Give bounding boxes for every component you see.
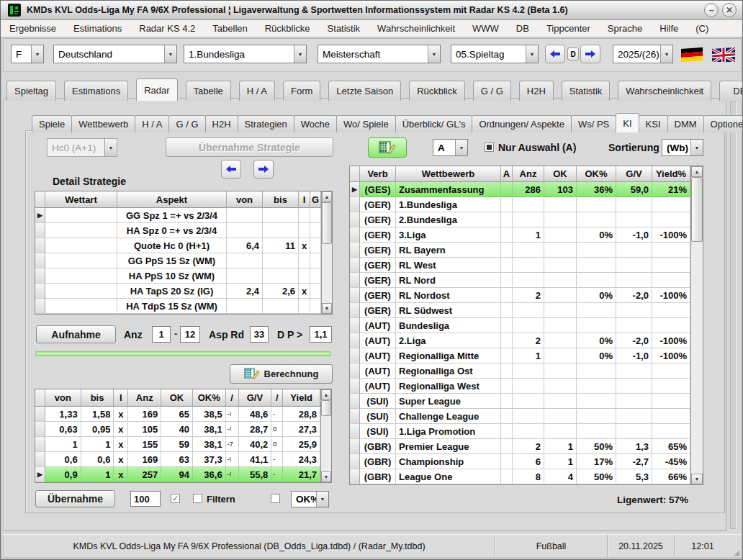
row-selector[interactable] xyxy=(350,439,360,454)
row-selector-pointer-icon[interactable]: ▶ xyxy=(35,208,45,223)
tab-letzte-saison[interactable]: Letzte Saison xyxy=(328,81,401,101)
row-selector[interactable] xyxy=(350,379,360,394)
scroll-up-icon[interactable]: ▲ xyxy=(321,389,331,400)
cell[interactable]: 169 xyxy=(128,407,161,422)
cell[interactable]: 36% xyxy=(577,182,616,197)
cell[interactable] xyxy=(263,208,299,223)
cell[interactable] xyxy=(45,208,117,223)
row-selector[interactable] xyxy=(35,238,45,253)
row-selector[interactable] xyxy=(35,437,45,452)
cell[interactable]: 50% xyxy=(577,469,616,484)
menu-item-www[interactable]: WWW xyxy=(472,23,499,34)
cell[interactable]: RL Nordost xyxy=(396,288,501,303)
strategy-row[interactable]: HA TdpS 15 Sz (WM) xyxy=(35,299,321,314)
country-combo[interactable]: Deutschland ▼ xyxy=(53,45,177,63)
cell[interactable] xyxy=(577,379,616,394)
cell[interactable] xyxy=(513,243,544,258)
cell[interactable]: x xyxy=(114,422,128,437)
cell[interactable]: 37,3 xyxy=(193,452,226,467)
cell[interactable]: -! xyxy=(226,407,239,422)
cell[interactable] xyxy=(513,424,544,439)
cell[interactable]: (GES) xyxy=(360,182,396,197)
cell[interactable]: (GER) xyxy=(360,212,396,227)
cell[interactable]: 59,0 xyxy=(616,182,652,197)
cell[interactable] xyxy=(310,208,321,223)
cell[interactable]: 0 xyxy=(271,437,283,452)
row-selector[interactable] xyxy=(35,422,45,437)
subtab-wo-spiele[interactable]: Wo/ Spiele xyxy=(336,115,396,132)
cell[interactable] xyxy=(501,318,513,333)
competition-combo[interactable]: Meisterschaft ▼ xyxy=(318,45,441,63)
cell[interactable] xyxy=(652,409,690,424)
cell[interactable]: 0,9 xyxy=(45,467,81,482)
cell[interactable]: 2.Liga xyxy=(396,333,501,348)
subtab-woche[interactable]: Woche xyxy=(294,115,337,132)
tab-h-a[interactable]: H / A xyxy=(239,81,275,101)
cell[interactable]: x xyxy=(114,407,128,422)
cell[interactable] xyxy=(513,273,544,288)
cell[interactable] xyxy=(227,299,263,314)
cell[interactable]: Premier League xyxy=(396,439,501,454)
cell[interactable] xyxy=(513,303,544,318)
subtab-ws-ps[interactable]: Ws/ PS xyxy=(571,115,616,132)
range-row[interactable]: 0,60,6x1696337,3-!41,1-24,3 xyxy=(35,452,320,467)
cell[interactable] xyxy=(616,303,652,318)
cell[interactable] xyxy=(501,197,513,212)
cell[interactable] xyxy=(513,379,544,394)
close-button[interactable]: ✕ xyxy=(722,3,737,17)
cell[interactable]: Super League xyxy=(396,394,501,409)
cell[interactable] xyxy=(501,273,513,288)
cell[interactable]: - xyxy=(271,407,283,422)
league-row[interactable]: (SUI)Super League xyxy=(350,394,690,409)
uebernahme-button[interactable]: Übernahme xyxy=(35,490,115,507)
cell[interactable] xyxy=(299,299,310,314)
cell[interactable]: (AUT) xyxy=(360,333,396,348)
cell[interactable] xyxy=(513,394,544,409)
amount-input[interactable] xyxy=(130,491,161,507)
cell[interactable]: -2,0 xyxy=(616,288,652,303)
cell[interactable] xyxy=(45,223,117,238)
cell[interactable]: 36,6 xyxy=(193,467,226,482)
menu-item-c[interactable]: (C) xyxy=(695,23,708,34)
strategy-row[interactable]: HA PpS 10 Sz (WM) xyxy=(35,268,321,284)
menu-item-hilfe[interactable]: Hilfe xyxy=(659,23,678,34)
league-row[interactable]: (GER)2.Bundesliga xyxy=(350,212,690,227)
cell[interactable] xyxy=(501,227,513,243)
scrollbar-thumb[interactable] xyxy=(322,202,332,244)
cell[interactable]: 0% xyxy=(577,227,616,243)
strategy-row[interactable]: GG PpS 15 Sz (WM) xyxy=(35,253,321,268)
cell[interactable]: (SUI) xyxy=(360,394,396,409)
subtab-ordnungen-aspekte[interactable]: Ordnungen/ Aspekte xyxy=(472,115,572,132)
cell[interactable]: Regionalliga Ost xyxy=(396,363,501,379)
cell[interactable]: 94 xyxy=(161,467,193,482)
cell[interactable] xyxy=(616,394,652,409)
cell[interactable] xyxy=(310,284,321,299)
cell[interactable]: -! xyxy=(226,452,239,467)
cell[interactable] xyxy=(616,243,652,258)
tab-spieltag[interactable]: Spieltag xyxy=(6,81,56,101)
cell[interactable] xyxy=(616,409,652,424)
cell[interactable] xyxy=(501,409,513,424)
cell[interactable] xyxy=(227,268,263,284)
cell[interactable]: 1 xyxy=(45,437,81,452)
cell[interactable]: 169 xyxy=(128,452,161,467)
chevron-down-icon[interactable]: ▼ xyxy=(31,45,43,63)
cell[interactable] xyxy=(544,227,577,243)
strategy-row[interactable]: HA Spz 0 =+ vs 2/3/4 xyxy=(35,223,321,238)
cell[interactable]: 25,9 xyxy=(283,437,320,452)
strategy-next-button[interactable] xyxy=(253,160,274,179)
cell[interactable]: GG PpS 15 Sz (WM) xyxy=(117,253,227,268)
german-flag-icon[interactable] xyxy=(679,45,705,63)
cell[interactable]: RL Bayern xyxy=(396,243,501,258)
subtab-ki[interactable]: KI xyxy=(616,113,639,132)
cell[interactable] xyxy=(616,212,652,227)
cell[interactable]: (SUI) xyxy=(360,424,396,439)
cell[interactable]: - xyxy=(271,452,283,467)
cell[interactable]: 1 xyxy=(81,467,114,482)
cell[interactable]: 66% xyxy=(652,469,690,484)
cell[interactable] xyxy=(577,273,616,288)
cell[interactable] xyxy=(616,318,652,333)
f-combo[interactable]: F ▼ xyxy=(11,45,44,63)
cell[interactable] xyxy=(45,253,117,268)
subtab-optionen[interactable]: Optionen xyxy=(703,115,743,132)
